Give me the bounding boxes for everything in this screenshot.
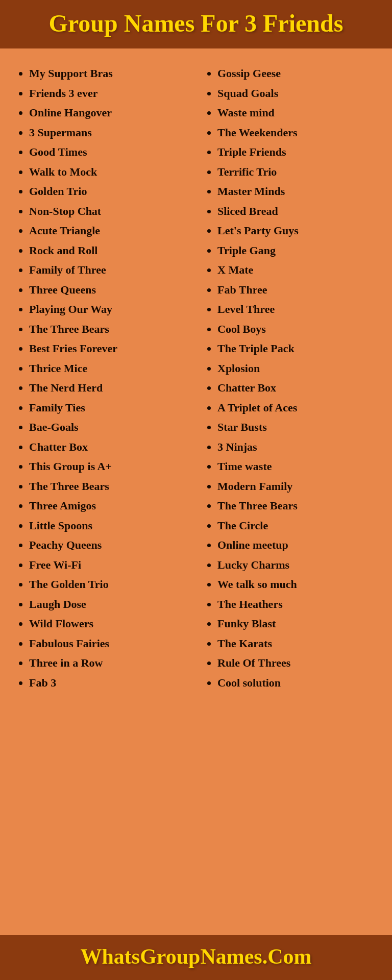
page-title: Group Names For 3 Friends <box>10 9 382 37</box>
list-item: Cool solution <box>217 673 374 693</box>
list-item: Three in a Row <box>29 653 186 673</box>
header: Group Names For 3 Friends <box>0 0 392 48</box>
list-item: Good Times <box>29 142 186 162</box>
list-item: Online Hangover <box>29 103 186 123</box>
list-item: A Triplet of Aces <box>217 398 374 418</box>
left-column: My Support BrasFriends 3 everOnline Hang… <box>15 64 196 693</box>
footer: WhatsGroupNames.Com <box>0 935 392 980</box>
list-item: Thrice Mice <box>29 359 186 379</box>
list-item: The Nerd Herd <box>29 378 186 398</box>
list-item: Wild Flowers <box>29 614 186 634</box>
list-item: Playing Our Way <box>29 300 186 320</box>
list-item: Terrific Trio <box>217 162 374 182</box>
list-item: Friends 3 ever <box>29 84 186 104</box>
list-item: Walk to Mock <box>29 162 186 182</box>
list-item: The Three Bears <box>29 320 186 339</box>
list-item: Chatter Box <box>217 378 374 398</box>
list-item: X Mate <box>217 260 374 280</box>
list-item: The Heathers <box>217 595 374 615</box>
list-item: The Three Bears <box>29 477 186 497</box>
right-list: Gossip GeeseSquad GoalsWaste mindThe Wee… <box>206 64 374 693</box>
list-item: Cool Boys <box>217 320 374 339</box>
list-item: Little Spoons <box>29 516 186 536</box>
list-item: Family Ties <box>29 398 186 418</box>
list-item: Three Queens <box>29 280 186 300</box>
list-item: Bae-Goals <box>29 418 186 437</box>
list-item: Xplosion <box>217 359 374 379</box>
list-item: Non-Stop Chat <box>29 202 186 222</box>
list-item: Free Wi-Fi <box>29 555 186 575</box>
list-item: Three Amigos <box>29 496 186 516</box>
list-item: Family of Three <box>29 260 186 280</box>
list-item: Star Busts <box>217 418 374 437</box>
list-item: Fab Three <box>217 280 374 300</box>
list-item: Sliced Bread <box>217 202 374 222</box>
list-item: Let's Party Guys <box>217 221 374 241</box>
list-item: 3 Supermans <box>29 123 186 143</box>
list-item: 3 Ninjas <box>217 437 374 457</box>
list-item: My Support Bras <box>29 64 186 84</box>
list-item: Rock and Roll <box>29 241 186 261</box>
list-item: Golden Trio <box>29 182 186 202</box>
list-item: Waste mind <box>217 103 374 123</box>
main-content: My Support BrasFriends 3 everOnline Hang… <box>0 48 392 935</box>
left-list: My Support BrasFriends 3 everOnline Hang… <box>18 64 186 693</box>
list-item: Lucky Charms <box>217 555 374 575</box>
list-item: Funky Blast <box>217 614 374 634</box>
list-item: The Triple Pack <box>217 339 374 359</box>
list-item: Best Fries Forever <box>29 339 186 359</box>
list-item: Modern Family <box>217 477 374 497</box>
list-item: Fab 3 <box>29 673 186 693</box>
list-item: Gossip Geese <box>217 64 374 84</box>
list-item: Triple Gang <box>217 241 374 261</box>
list-item: We talk so much <box>217 575 374 595</box>
list-item: Rule Of Threes <box>217 653 374 673</box>
list-item: Acute Triangle <box>29 221 186 241</box>
list-item: Fabulous Fairies <box>29 634 186 654</box>
list-item: The Weekenders <box>217 123 374 143</box>
list-item: Peachy Queens <box>29 535 186 555</box>
page-wrapper: Group Names For 3 Friends My Support Bra… <box>0 0 392 980</box>
footer-title: WhatsGroupNames.Com <box>10 944 382 969</box>
list-item: Squad Goals <box>217 84 374 104</box>
list-item: The Karats <box>217 634 374 654</box>
list-item: This Group is A+ <box>29 457 186 477</box>
list-item: Master Minds <box>217 182 374 202</box>
list-item: Laugh Dose <box>29 595 186 615</box>
list-item: Level Three <box>217 300 374 320</box>
list-item: Chatter Box <box>29 437 186 457</box>
list-item: The Three Bears <box>217 496 374 516</box>
list-item: Triple Friends <box>217 142 374 162</box>
columns-container: My Support BrasFriends 3 everOnline Hang… <box>15 64 377 693</box>
list-item: The Golden Trio <box>29 575 186 595</box>
list-item: The Circle <box>217 516 374 536</box>
list-item: Time waste <box>217 457 374 477</box>
right-column: Gossip GeeseSquad GoalsWaste mindThe Wee… <box>196 64 377 693</box>
list-item: Online meetup <box>217 535 374 555</box>
